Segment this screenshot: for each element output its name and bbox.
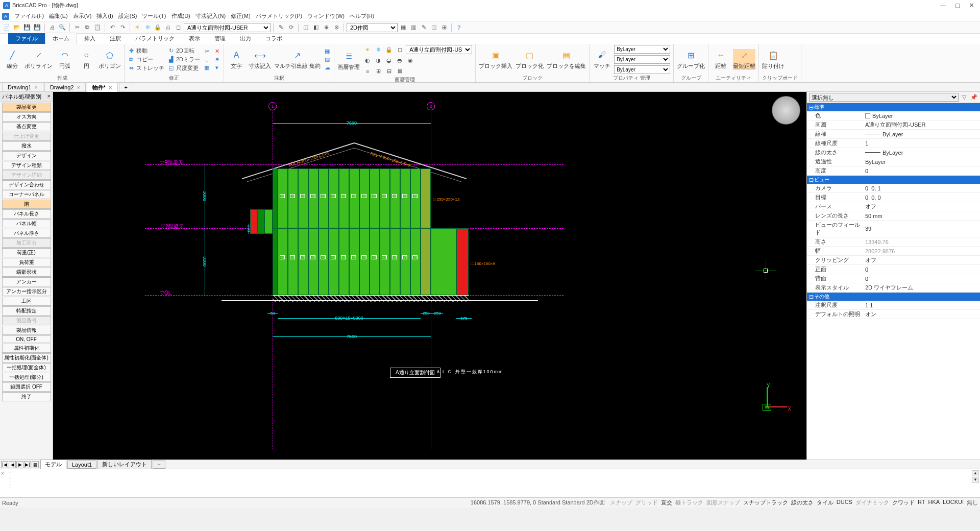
tool-dimension[interactable]: ⟷寸法記入 bbox=[249, 49, 271, 70]
layer-plot-icon[interactable]: ⎙ bbox=[163, 23, 173, 32]
tool-icon[interactable]: ⊕ bbox=[322, 23, 331, 32]
layer-icon[interactable]: 🔒 bbox=[384, 45, 394, 54]
tool-icon[interactable]: ⊞ bbox=[439, 23, 449, 32]
minimize-button[interactable]: — bbox=[940, 2, 946, 9]
property-row[interactable]: クリッピングオフ bbox=[807, 256, 980, 265]
side-button[interactable]: 端部形状 bbox=[2, 268, 51, 277]
ribbon-tab-output[interactable]: 出力 bbox=[233, 33, 258, 44]
layer-tool-icon[interactable]: ⊠ bbox=[395, 66, 404, 76]
status-toggle[interactable]: HKA bbox=[928, 499, 940, 506]
preview-icon[interactable]: 🔍 bbox=[58, 23, 67, 32]
doc-tab-active[interactable]: 物件*× bbox=[87, 82, 118, 92]
save-icon[interactable]: 💾 bbox=[22, 23, 32, 32]
layer-tool-icon[interactable]: ◉ bbox=[406, 56, 415, 65]
nav-first[interactable]: |◀ bbox=[1, 461, 8, 468]
menu-view[interactable]: 表示(V) bbox=[73, 12, 92, 20]
property-row[interactable]: 線の太さByLayer bbox=[807, 148, 980, 157]
tool-icon[interactable]: ⊗ bbox=[332, 23, 341, 32]
status-toggle[interactable]: DUCS bbox=[837, 499, 852, 506]
color-select[interactable]: ByLayer bbox=[614, 45, 670, 54]
layer-lock-icon[interactable]: 🔒 bbox=[153, 23, 162, 32]
property-category[interactable]: ⊟その他 bbox=[807, 293, 980, 301]
doc-tab[interactable]: Drawing2× bbox=[44, 83, 86, 91]
menu-insert[interactable]: 挿入(I) bbox=[96, 12, 113, 20]
status-toggle[interactable]: LOCKUI bbox=[943, 499, 964, 506]
ribbon-tab-collab[interactable]: コラボ bbox=[258, 33, 289, 44]
help-icon[interactable]: ? bbox=[454, 23, 463, 32]
side-button[interactable]: 一括処理(面全体) bbox=[2, 363, 51, 372]
ribbon-tab-insert[interactable]: 挿入 bbox=[77, 33, 103, 44]
property-row[interactable]: 幅28022.9876 bbox=[807, 247, 980, 256]
tool-match[interactable]: 🖌マッチ bbox=[593, 49, 611, 70]
scroll-down-icon[interactable]: ▼ bbox=[972, 477, 979, 483]
redo-icon[interactable]: ↷ bbox=[118, 23, 127, 32]
tool-mirror[interactable]: ▟2Dミラー bbox=[167, 56, 200, 63]
status-toggle[interactable]: グリッド bbox=[635, 499, 658, 506]
tool-rotate[interactable]: ↻2D回転 bbox=[167, 47, 200, 55]
tool-icon[interactable]: ✎ bbox=[276, 23, 285, 32]
close-icon[interactable]: × bbox=[47, 93, 51, 101]
scroll-up-icon[interactable]: ▲ bbox=[972, 470, 979, 476]
lineweight-select[interactable]: ByLayer bbox=[614, 65, 670, 74]
side-button[interactable]: 階 bbox=[2, 200, 51, 209]
tool-trim[interactable]: ✂ bbox=[203, 48, 210, 55]
ribbon-tab-home[interactable]: ホーム bbox=[45, 33, 77, 44]
filter-icon[interactable]: ▽ bbox=[960, 93, 968, 102]
side-button[interactable]: ON, OFF bbox=[2, 335, 51, 343]
side-button[interactable]: 特配指定 bbox=[2, 306, 51, 316]
close-button[interactable]: ✕ bbox=[969, 2, 974, 9]
tool-distance[interactable]: ↔距離 bbox=[712, 49, 730, 70]
app-menu-icon[interactable]: A bbox=[2, 13, 9, 20]
tool-icon[interactable]: ◫ bbox=[429, 23, 438, 32]
open-icon[interactable]: 📂 bbox=[12, 23, 21, 32]
tool-mleader[interactable]: ↗マルチ引出線 集約 bbox=[274, 49, 321, 70]
side-button[interactable]: 範囲選択 OFF bbox=[2, 382, 51, 392]
tool-fillet[interactable]: ◟ bbox=[203, 56, 210, 63]
undo-icon[interactable]: ↶ bbox=[108, 23, 117, 32]
status-toggle[interactable]: クワッド bbox=[892, 499, 915, 506]
property-row[interactable]: 色ByLayer bbox=[807, 111, 980, 120]
property-row[interactable]: 注釈尺度1:1 bbox=[807, 301, 980, 310]
tool-polygon[interactable]: ⬠ポリゴン bbox=[99, 49, 121, 70]
tool-more[interactable]: ▾ bbox=[213, 64, 220, 71]
property-category[interactable]: ⊟ビュー bbox=[807, 176, 980, 184]
tool-text[interactable]: A文字 bbox=[227, 49, 246, 70]
status-toggle[interactable]: 極トラック bbox=[675, 499, 703, 506]
print-icon[interactable]: 🖨 bbox=[47, 23, 57, 32]
property-row[interactable]: 線種尺度1 bbox=[807, 139, 980, 148]
tool-icon[interactable]: ▦ bbox=[399, 23, 408, 32]
side-button[interactable]: 一括処理(部分) bbox=[2, 373, 51, 382]
status-toggle[interactable]: スナップ bbox=[610, 499, 632, 506]
layer-select-ribbon[interactable]: A通り立面割付図-USER bbox=[406, 45, 472, 54]
tool-block-edit[interactable]: ▤ブロックを編集 bbox=[547, 49, 586, 70]
nav-next[interactable]: ▶ bbox=[16, 461, 23, 468]
paste-icon[interactable]: 📋 bbox=[93, 23, 102, 32]
side-button[interactable]: 負荷重 bbox=[2, 258, 51, 267]
property-row[interactable]: パースオフ bbox=[807, 202, 980, 211]
side-button[interactable]: 製品情報 bbox=[2, 326, 51, 335]
copy-icon[interactable]: ⧉ bbox=[83, 23, 92, 32]
menu-draw[interactable]: 作成(D) bbox=[172, 12, 190, 20]
side-button[interactable]: アンカー bbox=[2, 277, 51, 286]
tool-erase[interactable]: ✕ bbox=[213, 48, 220, 55]
maximize-button[interactable]: ▢ bbox=[955, 2, 960, 9]
view-cube[interactable] bbox=[772, 96, 800, 125]
side-button[interactable]: 工区 bbox=[2, 297, 51, 306]
nav-prev[interactable]: ◀ bbox=[9, 461, 16, 468]
menu-file[interactable]: ファイル(F) bbox=[14, 12, 44, 20]
side-button[interactable]: パネル厚さ bbox=[2, 229, 51, 238]
tool-array[interactable]: ▦ bbox=[203, 64, 210, 71]
layer-icon[interactable]: ❄ bbox=[374, 45, 383, 54]
tool-arc[interactable]: ◠円弧 bbox=[56, 49, 74, 70]
side-button[interactable]: パネル幅 bbox=[2, 219, 51, 228]
close-icon[interactable]: × bbox=[109, 84, 112, 90]
menu-modify[interactable]: 修正(M) bbox=[231, 12, 251, 20]
tool-icon[interactable]: ◫ bbox=[301, 23, 310, 32]
side-button[interactable]: 属性初期化 bbox=[2, 344, 51, 353]
tool-layer-manager[interactable]: ≣画層管理 bbox=[337, 50, 360, 71]
tool-hatch[interactable]: ▨ bbox=[324, 56, 331, 63]
tool-polyline[interactable]: ⟋ポリライン bbox=[24, 49, 53, 70]
tool-icon[interactable]: ◧ bbox=[311, 23, 321, 32]
layout-tab[interactable]: 新しいレイアウト bbox=[97, 460, 152, 469]
tool-icon[interactable]: ▥ bbox=[409, 23, 418, 32]
